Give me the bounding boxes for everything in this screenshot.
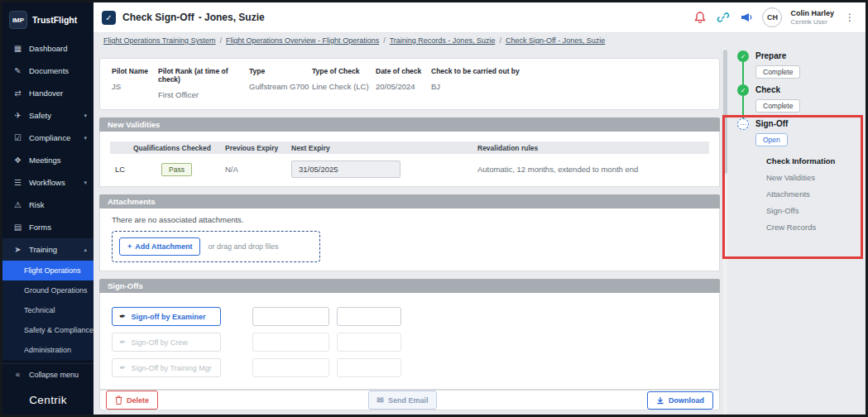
- column-qualifications-checked: Qualifications Checked: [113, 144, 225, 152]
- download-icon: [656, 396, 664, 405]
- sidebar-item-compliance[interactable]: ☑ Compliance ▾: [2, 127, 94, 149]
- step-label: Sign-Off: [755, 117, 835, 130]
- field-pilot-name: Pilot Name JS: [112, 67, 158, 99]
- user-name: Colin Harley: [790, 9, 834, 17]
- sidebar-item-documents[interactable]: ✎ Documents: [2, 60, 94, 82]
- training-mgr-date-field: [337, 358, 401, 377]
- breadcrumb-link-check-signoff[interactable]: Check Sign-Off - Jones, Suzie: [506, 36, 605, 45]
- check-information-card: Pilot Name JS Pilot Rank (at time of che…: [99, 58, 720, 110]
- training-submenu: Flight Operations Ground Operations Tech…: [2, 261, 94, 360]
- crew-date-field: [337, 333, 401, 352]
- step-check[interactable]: ✓ Check Complete: [737, 84, 866, 117]
- action-bar: Delete ✉ Send Email Download: [99, 390, 720, 410]
- signature-pen-icon: ✒: [119, 338, 126, 347]
- column-previous-expiry: Previous Expiry: [225, 144, 291, 152]
- delete-button[interactable]: Delete: [106, 391, 158, 410]
- step-status-badge: Complete: [755, 99, 800, 113]
- validities-table-header: Qualifications Checked Previous Expiry N…: [110, 141, 709, 154]
- workflow-steps-rail: ✓ Prepare Complete ✓ Check Complete: [727, 48, 866, 415]
- section-link-sign-offs[interactable]: Sign-Offs: [766, 206, 835, 215]
- field-value: Line Check (LC): [312, 82, 376, 91]
- documents-icon: ✎: [12, 66, 23, 75]
- breadcrumb-link-training-records[interactable]: Training Records - Jones, Suzie: [390, 36, 496, 45]
- sidebar-item-workflows[interactable]: ☰ Workflows ▾: [2, 171, 94, 194]
- section-link-check-information[interactable]: Check Information: [766, 156, 835, 165]
- step-complete-check-icon: ✓: [737, 50, 749, 62]
- user-role: Centrik User: [790, 18, 834, 26]
- signoff-row-training-mgr: ✒ Sign-Off by Training Mgr: [112, 358, 707, 377]
- megaphone-icon[interactable]: [739, 10, 754, 25]
- breadcrumb-link-flight-ops-overview[interactable]: Flight Operations Overview - Flight Oper…: [226, 36, 379, 45]
- sign-off-label: Sign-Off by Crew: [131, 338, 187, 347]
- section-link-attachments[interactable]: Attachments: [766, 189, 835, 199]
- top-bar: ✓ Check Sign-Off - Jones, Suzie CH Colin…: [94, 2, 866, 33]
- user-avatar[interactable]: CH: [762, 7, 782, 27]
- field-date-of-check: Date of check 20/05/2024: [376, 67, 431, 99]
- validities-table-row: LC Pass N/A Automatic, 12 months, extend…: [110, 154, 709, 180]
- section-link-crew-records[interactable]: Crew Records: [766, 223, 835, 232]
- sidebar-item-label: Safety: [29, 111, 51, 120]
- page-title: Check Sign-Off - Jones, Suzie: [122, 12, 265, 23]
- step-status-badge: Complete: [755, 65, 800, 79]
- sidebar-item-administration[interactable]: Administration: [2, 340, 94, 360]
- brand: IMP TrustFlight: [2, 2, 94, 37]
- sidebar-item-training[interactable]: ➤ Training ▴: [2, 238, 94, 261]
- breadcrumb-separator: /: [220, 36, 223, 45]
- download-button[interactable]: Download: [647, 391, 713, 410]
- sidebar-nav: ▦ Dashboard ✎ Documents ⇄ Handover ✈ Saf…: [2, 37, 94, 360]
- sidebar-item-safety-compliance[interactable]: Safety & Compliance: [2, 320, 94, 340]
- envelope-icon: ✉: [377, 395, 384, 405]
- sign-offs-section: Sign-Offs ✒ Sign-off by Examiner: [99, 279, 720, 390]
- qualification-code: LC: [113, 165, 161, 174]
- sidebar-item-meetings[interactable]: ❖ Meetings: [2, 149, 94, 171]
- sidebar-item-label: Forms: [29, 223, 51, 232]
- examiner-signature-field[interactable]: [252, 307, 329, 326]
- step-sign-off[interactable]: ⋯ Sign-Off Open Check Information New Va…: [737, 117, 866, 237]
- signature-pen-icon: ✒: [119, 363, 126, 372]
- sidebar-item-ground-operations[interactable]: Ground Operations: [2, 280, 94, 300]
- sidebar-item-label: Handover: [29, 89, 63, 98]
- sidebar-item-label: Risk: [29, 200, 44, 209]
- sidebar-item-handover[interactable]: ⇄ Handover: [2, 82, 94, 104]
- field-type: Type Gulfstream G700: [249, 67, 312, 99]
- vertical-scrollbar[interactable]: [722, 48, 727, 415]
- sidebar-item-risk[interactable]: ⚠ Risk: [2, 194, 94, 216]
- app-window: IMP TrustFlight ▦ Dashboard ✎ Documents …: [0, 0, 868, 417]
- forms-icon: ▤: [12, 223, 23, 232]
- sidebar-item-flight-operations[interactable]: Flight Operations: [2, 261, 94, 280]
- section-link-new-validities[interactable]: New Validities: [766, 173, 835, 182]
- link-icon[interactable]: [716, 10, 731, 25]
- sign-off-by-examiner-button[interactable]: ✒ Sign-off by Examiner: [112, 307, 221, 326]
- sidebar-item-technical[interactable]: Technical: [2, 300, 94, 320]
- overflow-menu-icon[interactable]: ⋮: [842, 12, 857, 23]
- sidebar-item-forms[interactable]: ▤ Forms: [2, 216, 94, 238]
- main-column: Pilot Name JS Pilot Rank (at time of che…: [99, 48, 720, 415]
- field-pilot-rank: Pilot Rank (at time of check) First Offi…: [158, 67, 249, 99]
- breadcrumb-link-training-system[interactable]: Flight Operations Training System: [103, 36, 216, 45]
- user-menu[interactable]: Colin Harley Centrik User: [790, 9, 834, 26]
- send-email-button[interactable]: ✉ Send Email: [368, 391, 438, 410]
- sidebar-item-label: Documents: [29, 66, 69, 75]
- new-validities-section: New Validities Qualifications Checked Pr…: [99, 117, 720, 187]
- field-value: 20/05/2024: [376, 82, 431, 91]
- sidebar-item-dashboard[interactable]: ▦ Dashboard: [2, 37, 94, 60]
- examiner-date-field[interactable]: [337, 307, 401, 326]
- sidebar-item-label: Workflows: [29, 178, 65, 187]
- collapse-menu-button[interactable]: « Collapse menu: [2, 363, 94, 385]
- sign-off-section-links: Check Information New Validities Attachm…: [755, 156, 835, 232]
- sign-off-label: Sign-off by Examiner: [131, 313, 205, 321]
- safety-icon: ✈: [12, 111, 23, 120]
- alert-icon[interactable]: [693, 10, 707, 25]
- step-status-badge: Open: [755, 133, 788, 146]
- status-badge: Pass: [161, 163, 192, 176]
- field-label: Pilot Rank (at time of check): [158, 67, 249, 84]
- step-open-dots-icon: ⋯: [737, 118, 749, 130]
- sidebar-item-safety[interactable]: ✈ Safety ▾: [2, 104, 94, 127]
- sidebar: IMP TrustFlight ▦ Dashboard ✎ Documents …: [2, 2, 94, 415]
- new-validities-header: New Validities: [99, 117, 720, 132]
- add-attachment-button[interactable]: + Add Attachment: [119, 237, 200, 256]
- attachment-dropzone[interactable]: + Add Attachment or drag and drop files: [112, 231, 320, 262]
- step-prepare[interactable]: ✓ Prepare Complete: [737, 50, 866, 84]
- sign-off-by-crew-button: ✒ Sign-Off by Crew: [112, 333, 221, 352]
- next-expiry-input[interactable]: [291, 161, 400, 178]
